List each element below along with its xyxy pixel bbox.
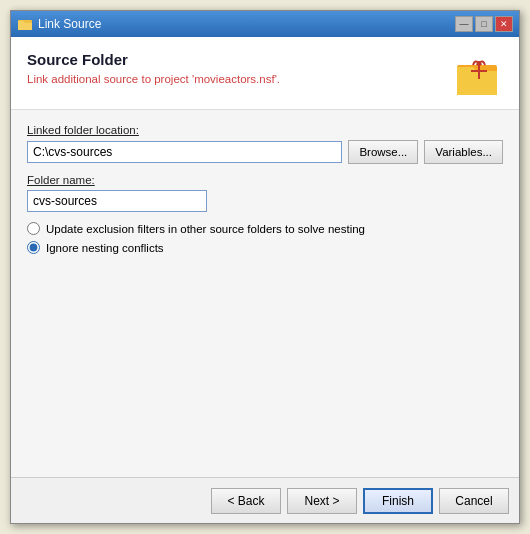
maximize-button[interactable]: □ [475, 16, 493, 32]
title-bar: Link Source — □ ✕ [11, 11, 519, 37]
footer-section: < Back Next > Finish Cancel [11, 477, 519, 523]
linked-folder-row: Browse... Variables... [27, 140, 503, 164]
radio-ignore-label[interactable]: Ignore nesting conflicts [46, 242, 164, 254]
browse-button[interactable]: Browse... [348, 140, 418, 164]
finish-button[interactable]: Finish [363, 488, 433, 514]
folder-icon [455, 51, 503, 99]
linked-folder-input[interactable] [27, 141, 342, 163]
radio-group: Update exclusion filters in other source… [27, 222, 503, 254]
folder-name-row [27, 190, 503, 212]
minimize-button[interactable]: — [455, 16, 473, 32]
next-button[interactable]: Next > [287, 488, 357, 514]
dialog-window: Link Source — □ ✕ Source Folder Link add… [10, 10, 520, 524]
radio-update-item: Update exclusion filters in other source… [27, 222, 503, 235]
title-icon [17, 16, 33, 32]
title-buttons: — □ ✕ [455, 16, 513, 32]
radio-ignore-item: Ignore nesting conflicts [27, 241, 503, 254]
close-button[interactable]: ✕ [495, 16, 513, 32]
folder-name-label: Folder name: [27, 174, 503, 186]
content-area: Source Folder Link additional source to … [11, 37, 519, 523]
form-section: Linked folder location: Browse... Variab… [11, 110, 519, 477]
cancel-button[interactable]: Cancel [439, 488, 509, 514]
folder-name-input[interactable] [27, 190, 207, 212]
radio-ignore[interactable] [27, 241, 40, 254]
header-text: Source Folder Link additional source to … [27, 51, 455, 85]
back-button[interactable]: < Back [211, 488, 281, 514]
linked-folder-label: Linked folder location: [27, 124, 503, 136]
window-title: Link Source [38, 17, 101, 31]
radio-update-label[interactable]: Update exclusion filters in other source… [46, 223, 365, 235]
page-subtitle: Link additional source to project 'movie… [27, 73, 455, 85]
page-title: Source Folder [27, 51, 455, 68]
radio-update[interactable] [27, 222, 40, 235]
variables-button[interactable]: Variables... [424, 140, 503, 164]
header-section: Source Folder Link additional source to … [11, 37, 519, 110]
